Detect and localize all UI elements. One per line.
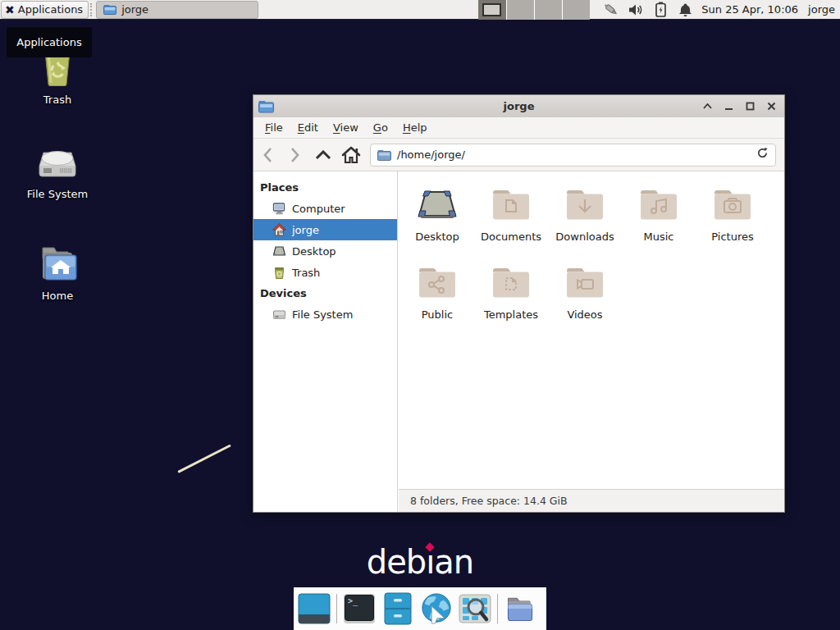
- window-controls: [701, 95, 778, 117]
- menu-help[interactable]: Help: [396, 119, 434, 136]
- toolbar: /home/jorge/: [253, 139, 784, 171]
- bottom-dock: >_: [294, 587, 546, 630]
- desktop-icon-label: Home: [18, 290, 97, 302]
- xfce-logo-icon: ✖: [5, 4, 15, 16]
- window-titlebar[interactable]: jorge: [253, 95, 784, 117]
- workspace-1[interactable]: [478, 0, 506, 20]
- desktop-icon-label: Trash: [18, 94, 97, 106]
- window-body: Places Computer: [253, 171, 784, 512]
- close-button[interactable]: [765, 100, 778, 113]
- menu-file[interactable]: File: [258, 119, 290, 136]
- terminal-icon[interactable]: >_: [343, 592, 376, 625]
- path-folder-icon: [377, 149, 391, 161]
- downloads-folder-icon: [564, 185, 606, 224]
- panel-clock[interactable]: Sun 25 Apr, 10:06: [701, 3, 798, 16]
- sidebar-item-desktop[interactable]: Desktop: [253, 240, 397, 262]
- file-item-public[interactable]: Public: [400, 262, 474, 340]
- file-manager-icon[interactable]: [381, 592, 414, 625]
- sidebar-item-label: Desktop: [292, 245, 336, 258]
- file-item-desktop[interactable]: Desktop: [400, 185, 474, 262]
- volume-icon[interactable]: [628, 2, 644, 18]
- workspace-4[interactable]: [562, 0, 590, 20]
- desktop-icon-file-system[interactable]: File System: [18, 143, 97, 200]
- up-button[interactable]: [309, 143, 337, 167]
- taskbar-window-button[interactable]: jorge: [96, 1, 258, 19]
- desktop-icon-home[interactable]: Home: [18, 244, 97, 302]
- hard-drive-icon: [272, 308, 286, 322]
- sidebar-item-trash[interactable]: Trash: [253, 262, 397, 283]
- sidebar-header-devices: Devices: [253, 283, 397, 304]
- templates-folder-icon: [490, 262, 532, 302]
- applications-menu-label: Applications: [18, 3, 83, 16]
- documents-folder-icon: [490, 185, 532, 224]
- sidebar-item-jorge[interactable]: jorge: [253, 219, 397, 240]
- panel-handle: [90, 3, 94, 16]
- home-button[interactable]: [337, 143, 365, 167]
- file-item-pictures[interactable]: Pictures: [696, 185, 769, 262]
- statusbar: 8 folders, Free space: 14.4 GiB: [399, 489, 784, 512]
- file-item-videos[interactable]: Videos: [548, 262, 622, 340]
- workspace-2[interactable]: [506, 0, 534, 20]
- trash-icon: [272, 266, 286, 280]
- web-browser-icon[interactable]: [420, 592, 453, 625]
- sidebar-item-label: File System: [292, 308, 353, 321]
- workspace-3[interactable]: [534, 0, 562, 20]
- panel-username: jorge: [808, 3, 835, 16]
- workspace-window-preview: [482, 3, 501, 16]
- file-item-label: Templates: [474, 308, 548, 321]
- file-item-label: Pictures: [696, 231, 769, 243]
- file-grid: Desktop Documents: [399, 171, 784, 489]
- app-finder-icon[interactable]: [459, 592, 491, 625]
- file-item-label: Documents: [474, 231, 548, 243]
- svg-text:>_: >_: [348, 596, 358, 606]
- shade-button[interactable]: [701, 100, 714, 113]
- folder-icon: [103, 4, 116, 15]
- minimize-button[interactable]: [722, 100, 735, 113]
- music-folder-icon: [637, 185, 680, 224]
- file-item-downloads[interactable]: Downloads: [548, 185, 622, 262]
- file-item-label: Music: [622, 231, 696, 243]
- applications-tooltip: Applications: [7, 27, 92, 57]
- file-item-templates[interactable]: Templates: [474, 262, 548, 340]
- file-item-documents[interactable]: Documents: [474, 185, 548, 262]
- taskbar-window-label: jorge: [121, 3, 148, 16]
- show-desktop-icon[interactable]: [298, 592, 331, 625]
- notifications-icon[interactable]: [677, 2, 693, 18]
- file-item-label: Videos: [548, 308, 622, 321]
- file-item-label: Desktop: [400, 231, 474, 243]
- pen-tool-icon[interactable]: [603, 2, 619, 18]
- computer-icon: [272, 202, 286, 216]
- file-manager-window: jorge File Edit View Go Help: [253, 94, 785, 513]
- top-panel: ✖ Applications jorge: [0, 0, 840, 20]
- dock-separator: [497, 594, 498, 623]
- sidebar: Places Computer: [253, 171, 398, 512]
- battery-icon[interactable]: [652, 2, 669, 18]
- sidebar-header-places: Places: [253, 177, 397, 198]
- sidebar-item-label: Computer: [292, 203, 345, 215]
- applications-menu-button[interactable]: ✖ Applications: [1, 1, 89, 19]
- path-bar[interactable]: /home/jorge/: [370, 144, 776, 167]
- menu-go[interactable]: Go: [367, 119, 395, 136]
- sidebar-item-file-system[interactable]: File System: [253, 304, 397, 325]
- maximize-button[interactable]: [743, 100, 756, 113]
- pictures-folder-icon: [711, 185, 754, 224]
- sidebar-item-label: jorge: [292, 224, 319, 236]
- menu-edit[interactable]: Edit: [291, 119, 325, 136]
- debian-logo-i: ı: [426, 543, 434, 581]
- menu-view[interactable]: View: [326, 119, 365, 136]
- debian-wallpaper-logo: debıan: [0, 543, 840, 581]
- home-icon: [272, 223, 286, 237]
- videos-folder-icon: [564, 262, 606, 302]
- sidebar-item-computer[interactable]: Computer: [253, 198, 397, 219]
- sidebar-item-label: Trash: [292, 267, 320, 279]
- file-item-music[interactable]: Music: [622, 185, 696, 262]
- forward-button[interactable]: [281, 143, 309, 167]
- desktop-folder-icon: [414, 185, 460, 224]
- home-folder-icon: [36, 244, 79, 282]
- desktop-icon: [272, 244, 286, 258]
- reload-button[interactable]: [756, 147, 769, 162]
- back-button[interactable]: [253, 143, 281, 167]
- directory-menu-icon[interactable]: [504, 592, 536, 625]
- file-item-label: Public: [400, 308, 474, 321]
- path-text[interactable]: /home/jorge/: [397, 148, 751, 161]
